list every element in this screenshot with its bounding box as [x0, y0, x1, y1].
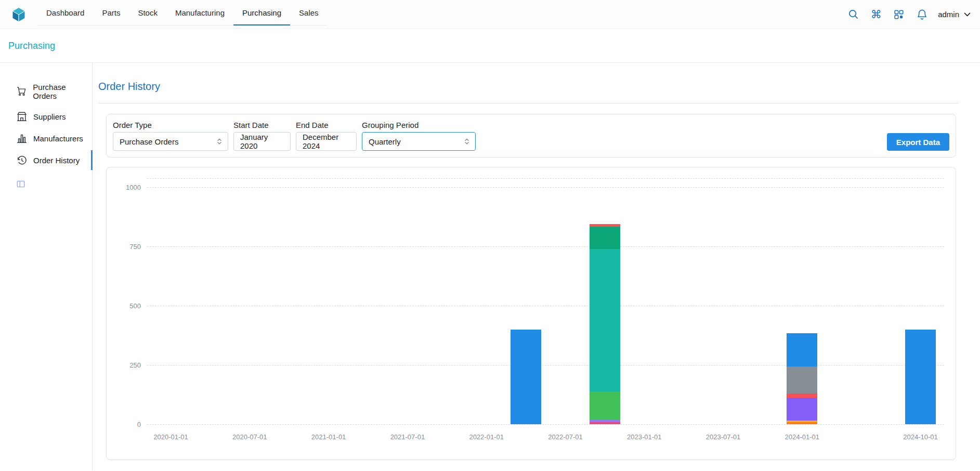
x-tick-label: 2024-10-01	[903, 433, 938, 441]
x-tick-label: 2024-01-01	[785, 433, 820, 441]
x-tick-label: 2020-01-01	[153, 433, 188, 441]
app-logo-icon[interactable]	[10, 6, 27, 23]
command-icon[interactable]: ⌘	[869, 8, 883, 21]
purchasing-sidebar: Purchase Orders Suppliers Manufacturers	[0, 63, 93, 470]
title-divider	[98, 103, 959, 103]
tab-purchasing[interactable]: Purchasing	[233, 0, 290, 25]
start-date-field: Start Date January 2020	[233, 121, 291, 151]
chevron-down-icon	[963, 10, 972, 19]
sidebar-item-purchase-orders[interactable]: Purchase Orders	[0, 77, 92, 106]
sidebar-item-suppliers[interactable]: Suppliers	[0, 106, 92, 127]
chevron-up-down-icon	[215, 137, 224, 146]
x-tick-label: 2023-07-01	[706, 433, 741, 441]
y-tick-label: 750	[129, 242, 141, 250]
y-gridline	[147, 424, 944, 425]
bar-segment	[590, 227, 620, 249]
sidebar-item-label: Suppliers	[33, 112, 66, 121]
chart-bar	[905, 330, 936, 424]
search-icon[interactable]	[846, 8, 860, 21]
bar-segment	[787, 333, 817, 367]
order-type-value: Purchase Orders	[120, 137, 178, 146]
end-date-input[interactable]: December 2024	[296, 132, 357, 151]
order-type-field: Order Type Purchase Orders	[113, 121, 228, 151]
history-icon	[16, 154, 28, 166]
x-tick-label: 2021-07-01	[390, 433, 425, 441]
x-tick-label: 2021-01-01	[311, 433, 346, 441]
tab-sales[interactable]: Sales	[290, 0, 328, 25]
sidebar-collapse-icon[interactable]	[16, 179, 25, 189]
y-gridline	[147, 187, 944, 188]
sidebar-item-manufacturers[interactable]: Manufacturers	[0, 127, 92, 149]
x-tick-label: 2022-07-01	[548, 433, 583, 441]
bar-segment	[590, 422, 620, 424]
order-type-select[interactable]: Purchase Orders	[113, 132, 228, 151]
bar-segment	[787, 398, 817, 420]
bar-segment	[905, 330, 936, 424]
y-gridline	[147, 365, 944, 365]
y-tick-label: 0	[137, 421, 141, 428]
y-gridline	[147, 306, 944, 306]
scan-grid-icon[interactable]	[892, 8, 906, 21]
breadcrumb-bar: Purchasing	[0, 29, 980, 63]
chart-bar	[787, 333, 817, 424]
x-tick-label: 2022-01-01	[469, 433, 504, 441]
chart-bar	[511, 330, 541, 424]
user-menu[interactable]: admin	[938, 10, 972, 19]
sidebar-item-order-history[interactable]: Order History	[0, 149, 92, 171]
grouping-period-select[interactable]: Quarterly	[362, 132, 476, 151]
x-tick-label: 2023-01-01	[627, 433, 662, 441]
sidebar-item-label: Manufacturers	[33, 134, 83, 143]
bar-segment	[590, 391, 620, 420]
y-gridline	[147, 246, 944, 247]
order-history-chart-card: 025050075010002020-01-012020-07-012021-0…	[106, 167, 956, 460]
order-history-panel: Order History Order Type Purchase Orders…	[98, 63, 959, 470]
order-history-chart: 025050075010002020-01-012020-07-012021-0…	[147, 178, 944, 424]
chart-icon	[16, 133, 28, 144]
grouping-period-value: Quarterly	[369, 137, 401, 146]
filter-card: Order Type Purchase Orders Start Date Ja…	[106, 114, 956, 158]
end-date-field: End Date December 2024	[296, 121, 357, 151]
navbar-actions: ⌘ admin	[846, 0, 972, 29]
start-date-input[interactable]: January 2020	[233, 132, 291, 151]
chevron-up-down-icon	[463, 137, 471, 146]
grouping-period-field: Grouping Period Quarterly	[362, 121, 476, 151]
top-navbar: Dashboard Parts Stock Manufacturing Purc…	[0, 0, 980, 29]
sidebar-item-label: Purchase Orders	[33, 83, 90, 100]
end-date-label: End Date	[296, 121, 357, 129]
tab-dashboard[interactable]: Dashboard	[37, 0, 93, 25]
y-tick-label: 500	[129, 302, 141, 309]
tab-parts[interactable]: Parts	[93, 0, 129, 25]
start-date-label: Start Date	[233, 121, 291, 129]
bar-segment	[787, 367, 817, 394]
sidebar-item-label: Order History	[33, 156, 80, 165]
grouping-period-label: Grouping Period	[362, 121, 476, 129]
main-nav-tabs: Dashboard Parts Stock Manufacturing Purc…	[37, 0, 328, 25]
x-tick-label: 2020-07-01	[232, 433, 267, 441]
building-icon	[16, 111, 28, 122]
chart-bar	[590, 224, 620, 424]
bar-segment	[787, 394, 817, 398]
end-date-value: December 2024	[303, 133, 350, 150]
bar-segment	[787, 422, 817, 424]
tab-stock[interactable]: Stock	[129, 0, 166, 25]
breadcrumb[interactable]: Purchasing	[8, 41, 55, 51]
bar-segment	[511, 330, 541, 424]
y-tick-label: 1000	[126, 183, 141, 191]
y-gridline-top	[147, 178, 944, 179]
export-data-button[interactable]: Export Data	[887, 133, 949, 151]
order-type-label: Order Type	[113, 121, 228, 129]
cart-icon	[16, 86, 27, 97]
tab-manufacturing[interactable]: Manufacturing	[166, 0, 233, 25]
y-tick-label: 250	[129, 361, 141, 369]
notifications-bell-icon[interactable]	[915, 8, 929, 21]
bar-segment	[590, 249, 620, 391]
username: admin	[938, 10, 959, 19]
page-title: Order History	[98, 81, 959, 93]
start-date-value: January 2020	[240, 133, 284, 150]
